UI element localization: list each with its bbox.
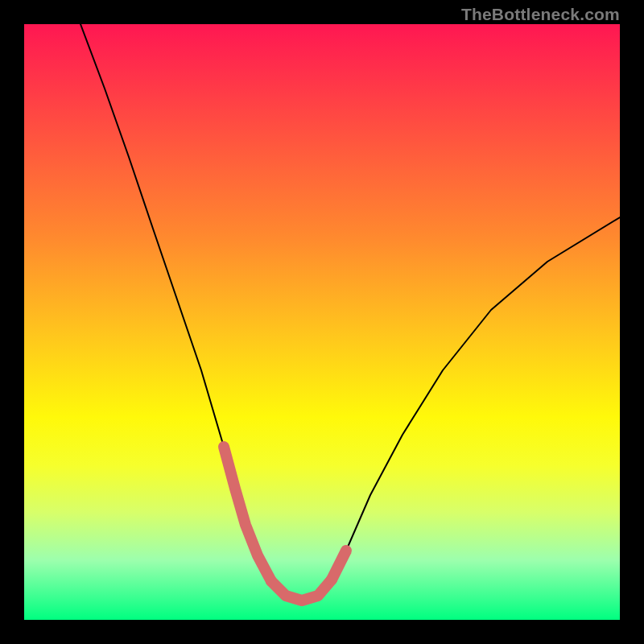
- left-highlight: [224, 447, 271, 581]
- watermark-text: TheBottleneck.com: [461, 5, 620, 24]
- bottleneck-curve: [80, 24, 620, 601]
- chart-svg: [24, 24, 620, 620]
- bottom-highlight: [271, 580, 332, 601]
- right-highlight: [332, 551, 346, 580]
- bottleneck-chart: [24, 24, 620, 620]
